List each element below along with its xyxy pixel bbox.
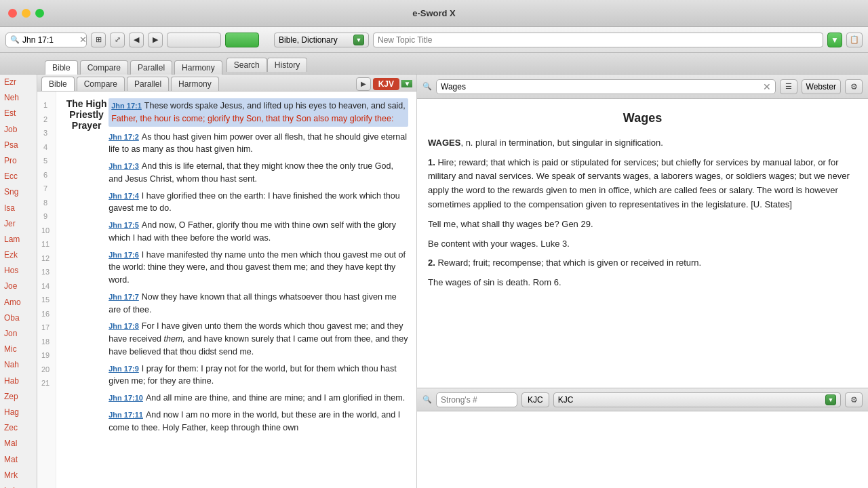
- verse-ref-input[interactable]: 🔍 ✕: [5, 33, 87, 47]
- tab-parallel[interactable]: Parallel: [130, 60, 172, 75]
- sidebar-item-zep[interactable]: Zep: [0, 389, 37, 405]
- bible-tab-bible[interactable]: Bible: [41, 77, 75, 91]
- tab-bible[interactable]: Bible: [45, 60, 78, 75]
- line-number-1: 1: [37, 98, 52, 113]
- play-button[interactable]: ▶: [356, 77, 371, 91]
- verse-text-11: And now I am no more in the world, but t…: [108, 410, 400, 432]
- bible-tab-harmony[interactable]: Harmony: [171, 77, 219, 91]
- scroll-down-btn[interactable]: ▼: [401, 80, 412, 87]
- verse-ref-4[interactable]: Jhn 17:4: [108, 192, 139, 200]
- sidebar-item-mrk[interactable]: Mrk: [0, 468, 37, 483]
- sidebar-item-isa[interactable]: Isa: [0, 201, 37, 216]
- sidebar-item-lam[interactable]: Lam: [0, 232, 37, 247]
- dict-action-btn[interactable]: ⚙: [845, 79, 863, 94]
- sidebar-item-mic[interactable]: Mic: [0, 342, 37, 357]
- tab-search[interactable]: Search: [226, 58, 267, 72]
- maximize-button[interactable]: [35, 9, 44, 18]
- sidebar-item-ecc[interactable]: Ecc: [0, 169, 37, 184]
- dict-search-input[interactable]: [441, 82, 760, 92]
- sidebar-item-ezr[interactable]: Ezr: [0, 75, 37, 90]
- strongs-toolbar: 🔍 KJC KJC ▼ ⚙: [417, 388, 868, 411]
- strongs-search-field[interactable]: [436, 392, 517, 407]
- sidebar-item-zec[interactable]: Zec: [0, 420, 37, 436]
- minimize-button[interactable]: [22, 9, 31, 18]
- go-button[interactable]: [225, 33, 259, 47]
- nav-back-button[interactable]: ◀: [129, 33, 144, 47]
- sidebar-item-oba[interactable]: Oba: [0, 310, 37, 326]
- sidebar-item-mat[interactable]: Mat: [0, 452, 37, 468]
- sidebar-item-neh[interactable]: Neh: [0, 90, 37, 106]
- verse-4: Jhn 17:4I have glorified thee on the ear…: [108, 190, 408, 216]
- window-controls[interactable]: [8, 9, 44, 18]
- line-number-15: 15: [37, 293, 52, 307]
- dict-toolbar: 🔍 ✕ ☰ Webster ⚙: [417, 75, 868, 99]
- bible-tab-parallel[interactable]: Parallel: [127, 77, 169, 91]
- sidebar-item-jon[interactable]: Jon: [0, 326, 37, 342]
- topic-title-input[interactable]: [373, 33, 823, 47]
- sidebar-item-psa[interactable]: Psa: [0, 138, 37, 153]
- verse-ref-10[interactable]: Jhn 17:10: [108, 394, 143, 402]
- sidebar-item-sng[interactable]: Sng: [0, 184, 37, 200]
- verse-ref-field[interactable]: [22, 35, 77, 45]
- topic-green-btn[interactable]: ▼: [827, 33, 842, 47]
- verse-ref-1[interactable]: Jhn 17:1: [111, 102, 142, 110]
- sidebar-item-luk[interactable]: Luk: [0, 483, 37, 488]
- sidebar-item-hab[interactable]: Hab: [0, 373, 37, 389]
- verse-ref-3[interactable]: Jhn 17:3: [108, 162, 139, 170]
- line-number-18: 18: [37, 335, 52, 349]
- tab-history[interactable]: History: [267, 58, 307, 72]
- verse-2: Jhn 17:2As thou hast given him power ove…: [108, 131, 408, 157]
- sidebar-item-ezk[interactable]: Ezk: [0, 247, 37, 263]
- clear-ref-icon[interactable]: ✕: [79, 35, 87, 45]
- line-number-21: 21: [37, 376, 52, 390]
- sidebar-item-nah[interactable]: Nah: [0, 357, 37, 373]
- sidebar-item-amo[interactable]: Amo: [0, 295, 37, 310]
- dict-clear-icon[interactable]: ✕: [763, 82, 771, 92]
- verse-ref-11[interactable]: Jhn 17:11: [108, 411, 143, 419]
- search-icon: 🔍: [10, 35, 20, 44]
- sidebar-item-hos[interactable]: Hos: [0, 263, 37, 279]
- verse-ref-8[interactable]: Jhn 17:8: [108, 322, 139, 330]
- sidebar-item-jer[interactable]: Jer: [0, 216, 37, 232]
- line-number-7: 7: [37, 182, 52, 196]
- dict-list-btn[interactable]: ☰: [780, 79, 797, 94]
- main-layout: EzrNehEstJobPsaProEccSngIsaJerLamEzkHosJ…: [0, 75, 868, 488]
- close-button[interactable]: [8, 9, 17, 18]
- kjc-label[interactable]: KJC: [521, 392, 549, 407]
- sidebar-item-mal[interactable]: Mal: [0, 436, 37, 451]
- strongs-version-combo[interactable]: KJC ▼: [553, 392, 841, 407]
- sidebar-item-joe[interactable]: Joe: [0, 279, 37, 294]
- sidebar-item-est[interactable]: Est: [0, 106, 37, 121]
- save-topic-btn[interactable]: 📋: [846, 33, 863, 47]
- verse-text-2: As thou hast given him power over all fl…: [108, 132, 407, 155]
- verse-9: Jhn 17:9I pray for them: I pray not for …: [108, 363, 408, 388]
- layout-btn[interactable]: ⊞: [91, 33, 106, 47]
- dict-search-field[interactable]: ✕: [436, 79, 776, 94]
- expand-btn[interactable]: ⤢: [110, 33, 125, 47]
- tab-compare[interactable]: Compare: [80, 60, 128, 75]
- line-number-11: 11: [37, 237, 52, 251]
- bible-tab-compare[interactable]: Compare: [77, 77, 125, 91]
- verse-ref-6[interactable]: Jhn 17:6: [108, 251, 139, 259]
- strongs-action-btn[interactable]: ⚙: [845, 392, 863, 407]
- dict-source-select[interactable]: Webster: [802, 79, 841, 94]
- nav-forward-button[interactable]: ▶: [148, 33, 163, 47]
- verse-ref-5[interactable]: Jhn 17:5: [108, 221, 139, 229]
- verse-ref-7[interactable]: Jhn 17:7: [108, 293, 139, 301]
- verse-7: Jhn 17:7Now they have known that all thi…: [108, 291, 408, 317]
- version-badge[interactable]: KJV: [373, 78, 399, 90]
- sidebar-item-pro[interactable]: Pro: [0, 153, 37, 169]
- sidebar-item-hag[interactable]: Hag: [0, 405, 37, 420]
- strongs-search-input[interactable]: [441, 395, 495, 405]
- bible-dict-combo[interactable]: Bible, Dictionary ▼: [274, 33, 369, 47]
- line-number-3: 3: [37, 126, 52, 140]
- verse-text-10: And all mine are thine, and thine are mi…: [146, 393, 405, 403]
- verse-text-6: I have manifested thy name unto the men …: [108, 250, 406, 285]
- line-number-2: 2: [37, 113, 52, 127]
- verse-ref-9[interactable]: Jhn 17:9: [108, 365, 139, 373]
- tab-harmony[interactable]: Harmony: [174, 60, 222, 75]
- dict-para-4: 2. Reward; fruit; recompense; that which…: [428, 256, 857, 270]
- sidebar-item-job[interactable]: Job: [0, 122, 37, 138]
- verse-ref-2[interactable]: Jhn 17:2: [108, 133, 139, 141]
- line-number-12: 12: [37, 251, 52, 266]
